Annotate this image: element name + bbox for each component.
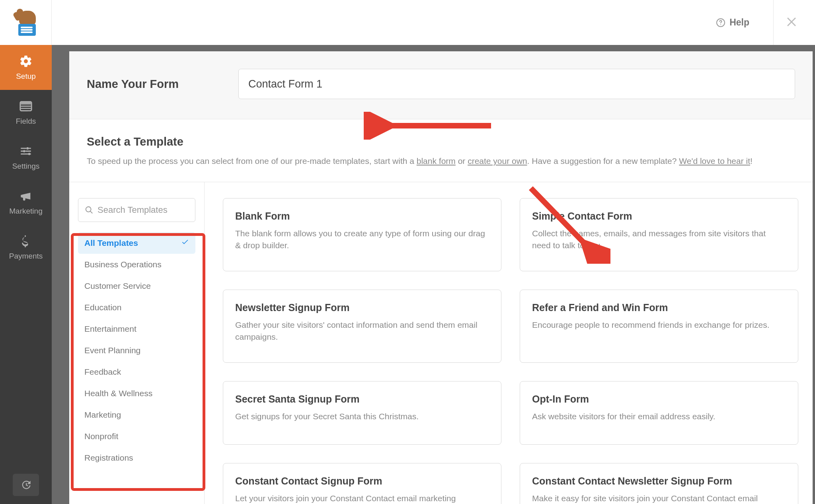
category-label: Health & Wellness: [84, 389, 152, 398]
select-template-title: Select a Template: [87, 135, 795, 148]
category-health-wellness[interactable]: Health & Wellness: [78, 383, 195, 404]
template-desc: Let your visitors join your Constant Con…: [235, 492, 489, 504]
svg-point-3: [26, 147, 29, 150]
category-event-planning[interactable]: Event Planning: [78, 340, 195, 361]
history-icon: [20, 479, 31, 490]
search-icon: [85, 206, 94, 214]
category-entertainment[interactable]: Entertainment: [78, 318, 195, 340]
template-title: Constant Contact Signup Form: [235, 475, 489, 487]
feedback-link[interactable]: We'd love to hear it: [679, 156, 750, 165]
category-label: Education: [84, 303, 121, 312]
template-desc: Ask website visitors for their email add…: [532, 411, 786, 422]
topbar-right: Help: [716, 0, 815, 45]
desc-text: or: [456, 156, 468, 165]
name-form-label: Name Your Form: [87, 78, 179, 91]
nav-label: Settings: [12, 162, 40, 171]
topbar: Help: [0, 0, 815, 45]
desc-text: To speed up the process you can select f…: [87, 156, 417, 165]
divider: [773, 0, 774, 45]
category-nonprofit[interactable]: Nonprofit: [78, 426, 195, 447]
bullhorn-icon: [19, 189, 33, 203]
template-desc: Encourage people to recommend friends in…: [532, 319, 786, 331]
close-button[interactable]: [786, 15, 799, 30]
template-title: Simple Contact Form: [532, 210, 786, 222]
select-template-desc: To speed up the process you can select f…: [87, 155, 795, 167]
form-name-input[interactable]: [238, 69, 795, 99]
category-label: Customer Service: [84, 281, 151, 291]
template-title: Opt-In Form: [532, 393, 786, 405]
logo-container: [0, 0, 52, 45]
create-own-link[interactable]: create your own: [468, 156, 527, 165]
help-button[interactable]: Help: [716, 17, 761, 28]
close-icon: [786, 15, 799, 29]
template-card-opt-in[interactable]: Opt-In Form Ask website visitors for the…: [520, 381, 798, 445]
category-all-templates[interactable]: All Templates: [78, 232, 195, 254]
category-label: Entertainment: [84, 324, 136, 334]
canvas-bg: Name Your Form Select a Template To spee…: [52, 45, 815, 504]
template-card-refer-friend[interactable]: Refer a Friend and Win Form Encourage pe…: [520, 290, 798, 363]
template-card-newsletter-signup[interactable]: Newsletter Signup Form Gather your site …: [223, 290, 501, 363]
logo: [12, 9, 40, 37]
template-title: Secret Santa Signup Form: [235, 393, 489, 405]
template-desc: Collect the names, emails, and messages …: [532, 228, 786, 252]
nav-label: Fields: [16, 117, 36, 126]
sliders-icon: [19, 144, 33, 158]
nav-marketing[interactable]: Marketing: [0, 180, 52, 225]
template-desc: The blank form allows you to create any …: [235, 228, 489, 252]
category-customer-service[interactable]: Customer Service: [78, 275, 195, 297]
template-header: Select a Template To speed up the proces…: [69, 119, 813, 182]
dollar-icon: [19, 234, 33, 248]
category-business-operations[interactable]: Business Operations: [78, 254, 195, 275]
nav-fields[interactable]: Fields: [0, 90, 52, 135]
category-label: Marketing: [84, 410, 121, 420]
help-label: Help: [729, 17, 749, 28]
nav-payments[interactable]: Payments: [0, 225, 52, 270]
name-section: Name Your Form: [69, 51, 813, 119]
template-desc: Gather your site visitors' contact infor…: [235, 319, 489, 343]
category-marketing[interactable]: Marketing: [78, 404, 195, 426]
category-label: Nonprofit: [84, 432, 118, 441]
check-icon: [181, 238, 189, 248]
category-registrations[interactable]: Registrations: [78, 447, 195, 469]
template-body: Search Templates All Templates Business …: [69, 182, 813, 504]
search-placeholder: Search Templates: [97, 205, 168, 215]
setup-panel: Name Your Form Select a Template To spee…: [69, 51, 813, 504]
desc-text: !: [750, 156, 753, 165]
category-feedback[interactable]: Feedback: [78, 361, 195, 383]
svg-point-5: [28, 153, 31, 155]
category-label: Event Planning: [84, 346, 140, 355]
template-desc: Get signups for your Secret Santa this C…: [235, 411, 489, 422]
category-label: Feedback: [84, 367, 121, 377]
builder-sidebar: Setup Fields Settings Marketing Payments: [0, 45, 52, 504]
template-card-simple-contact-form[interactable]: Simple Contact Form Collect the names, e…: [520, 198, 798, 271]
template-title: Refer a Friend and Win Form: [532, 302, 786, 313]
nav-label: Marketing: [9, 207, 42, 216]
desc-text: . Have a suggestion for a new template?: [527, 156, 679, 165]
template-card-blank-form[interactable]: Blank Form The blank form allows you to …: [223, 198, 501, 271]
category-label: Registrations: [84, 453, 133, 463]
categories-column: Search Templates All Templates Business …: [69, 182, 205, 504]
category-label: All Templates: [84, 238, 138, 248]
svg-point-1: [720, 24, 721, 25]
template-title: Constant Contact Newsletter Signup Form: [532, 475, 786, 487]
category-label: Business Operations: [84, 260, 162, 269]
nav-label: Setup: [16, 72, 36, 81]
nav-setup[interactable]: Setup: [0, 45, 52, 90]
nav-label: Payments: [9, 252, 43, 261]
search-templates-input[interactable]: Search Templates: [78, 198, 195, 222]
gear-icon: [19, 54, 33, 68]
template-title: Newsletter Signup Form: [235, 302, 489, 313]
templates-grid: Blank Form The blank form allows you to …: [205, 182, 813, 504]
help-icon: [716, 18, 725, 27]
nav-settings[interactable]: Settings: [0, 135, 52, 180]
svg-point-4: [23, 150, 25, 152]
template-title: Blank Form: [235, 210, 489, 222]
template-card-secret-santa[interactable]: Secret Santa Signup Form Get signups for…: [223, 381, 501, 445]
template-card-constant-contact-newsletter[interactable]: Constant Contact Newsletter Signup Form …: [520, 463, 798, 504]
history-button[interactable]: [13, 474, 39, 496]
fields-icon: [19, 99, 33, 113]
template-desc: Make it easy for site visitors join your…: [532, 492, 786, 504]
blank-form-link[interactable]: blank form: [417, 156, 456, 165]
category-education[interactable]: Education: [78, 297, 195, 318]
template-card-constant-contact-signup[interactable]: Constant Contact Signup Form Let your vi…: [223, 463, 501, 504]
